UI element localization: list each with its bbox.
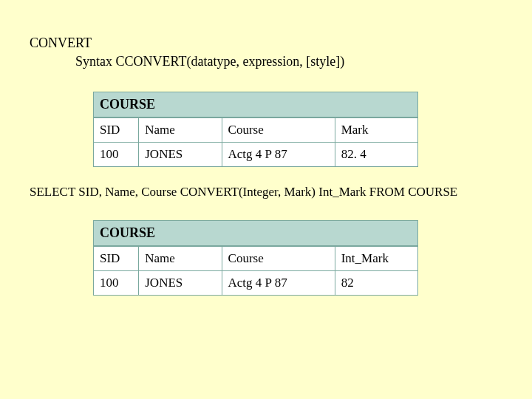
col-sid: SID: [94, 247, 139, 271]
cell-course: Actg 4 P 87: [222, 143, 335, 167]
col-mark: Mark: [335, 118, 417, 143]
slide: CONVERT Syntax CCONVERT(datatype, expres…: [0, 0, 532, 296]
col-name: Name: [139, 247, 222, 271]
cell-intmark: 82: [335, 271, 417, 296]
cell-name: JONES: [139, 143, 222, 167]
cell-sid: 100: [94, 271, 139, 296]
heading-convert: CONVERT: [30, 35, 502, 51]
syntax-line: Syntax CCONVERT(datatype, expression, [s…: [75, 54, 502, 69]
table-row: SID Name Course Int_Mark: [94, 247, 418, 271]
col-course: Course: [222, 247, 335, 271]
col-name: Name: [139, 118, 222, 143]
sql-query: SELECT SID, Name, Course CONVERT(Integer…: [30, 185, 502, 200]
col-course: Course: [222, 118, 335, 143]
cell-mark: 82. 4: [335, 143, 417, 167]
table1-wrap: COURSE SID Name Course Mark 100 JONES Ac…: [93, 92, 502, 167]
cell-name: JONES: [139, 271, 222, 296]
table1-title: COURSE: [93, 92, 418, 117]
cell-course: Actg 4 P 87: [222, 271, 335, 296]
course-table-2: COURSE SID Name Course Int_Mark 100 JONE…: [93, 220, 418, 296]
course-table-1: COURSE SID Name Course Mark 100 JONES Ac…: [93, 92, 418, 167]
table-row: 100 JONES Actg 4 P 87 82: [94, 271, 418, 296]
table-row: SID Name Course Mark: [94, 118, 418, 143]
col-sid: SID: [94, 118, 139, 143]
table2-title: COURSE: [93, 220, 418, 246]
cell-sid: 100: [94, 143, 139, 167]
table2-wrap: COURSE SID Name Course Int_Mark 100 JONE…: [93, 220, 502, 296]
table-row: 100 JONES Actg 4 P 87 82. 4: [94, 143, 418, 167]
col-intmark: Int_Mark: [335, 247, 417, 271]
